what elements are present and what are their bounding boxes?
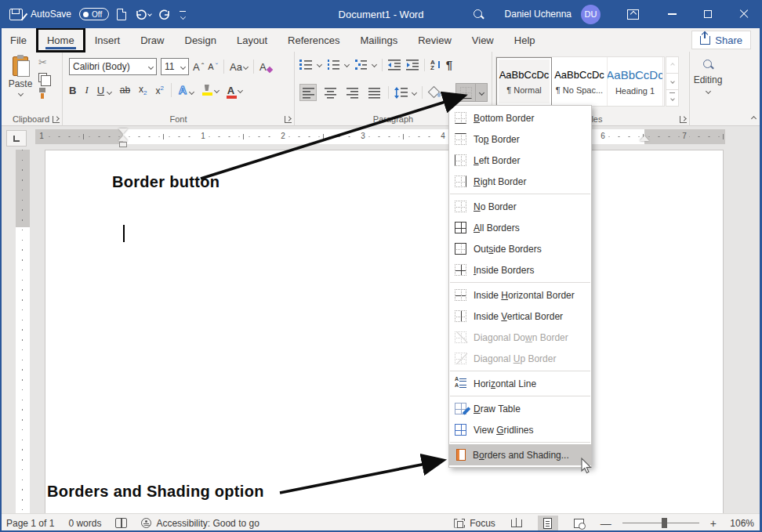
paste-dropdown-icon[interactable] [17,91,23,96]
sort-button[interactable]: AZ [430,60,441,71]
multilevel-list-icon[interactable] [354,60,367,71]
menu-item-left-border[interactable]: Left Border [449,150,591,171]
paste-button[interactable]: Paste [6,56,34,96]
menu-item-right-border[interactable]: Right Border [449,171,591,192]
customize-qat-icon[interactable] [180,11,186,17]
text-effects-button[interactable]: A [179,84,194,96]
bold-button[interactable]: B [69,85,76,96]
tab-stop-selector[interactable] [6,130,27,147]
zoom-level[interactable]: 106% [728,518,754,529]
zoom-slider-thumb[interactable] [662,518,667,528]
font-color-button[interactable]: A [227,85,242,96]
chevron-down-icon[interactable] [317,62,322,67]
menu-item-inside-vertical-border[interactable]: Inside Vertical Border [449,306,591,327]
editing-button[interactable]: Editing [693,58,723,93]
vertical-ruler[interactable] [16,150,30,513]
zoom-out-button[interactable]: — [601,517,611,530]
line-spacing-icon[interactable] [394,87,408,99]
align-left-button[interactable] [299,84,317,101]
menu-item-borders-and-shading[interactable]: Borders and Shading... [449,444,591,465]
chevron-down-icon[interactable] [214,87,220,92]
cut-icon[interactable]: ✂ [38,58,47,67]
underline-button[interactable]: U [97,85,111,96]
account-name[interactable]: Daniel Uchenna [505,9,572,20]
show-hide-pilcrow-button[interactable]: ¶ [446,58,452,71]
collapse-ribbon-icon[interactable] [751,116,757,121]
italic-button[interactable]: I [85,84,88,96]
zoom-in-button[interactable]: + [710,517,717,530]
clipboard-dialog-launcher-icon[interactable] [53,116,60,123]
strikethrough-button[interactable]: ab [120,85,130,96]
tab-draw[interactable]: Draw [130,28,174,52]
zoom-slider[interactable] [622,523,699,523]
share-button[interactable]: Share [691,31,751,49]
justify-button[interactable] [365,84,383,101]
avatar[interactable]: DU [581,5,601,24]
font-dialog-launcher-icon[interactable] [285,116,292,123]
highlight-button[interactable] [202,85,219,96]
decrease-indent-icon[interactable] [388,60,401,71]
menu-item-outside-borders[interactable]: Outside Borders [449,238,591,259]
increase-indent-icon[interactable] [406,60,419,71]
shrink-font-button[interactable]: A [208,62,218,71]
subscript-button[interactable]: x2 [139,84,147,96]
styles-dialog-launcher-icon[interactable] [680,116,687,123]
accessibility-status[interactable]: Accessibility: Good to go [141,518,259,529]
proofing-book-icon[interactable] [115,518,127,528]
minimize-button[interactable] [654,0,690,28]
menu-item-all-borders[interactable]: All Borders [449,217,591,238]
menu-item-draw-table[interactable]: Draw Table [449,398,591,419]
styles-scroll-down[interactable] [666,74,679,90]
borders-dropdown-button[interactable] [476,83,488,102]
tab-layout[interactable]: Layout [227,28,278,52]
new-document-icon[interactable] [117,9,126,20]
hanging-indent-marker[interactable] [118,136,128,141]
styles-more-button[interactable] [666,90,679,107]
left-indent-marker[interactable] [119,142,127,147]
chevron-down-icon[interactable] [344,62,350,67]
chevron-down-icon[interactable] [444,89,450,95]
ribbon-display-options-button[interactable] [618,0,654,28]
tab-help[interactable]: Help [504,28,546,52]
tab-file[interactable]: File [0,28,37,52]
save-icon[interactable] [9,9,23,20]
print-layout-button[interactable] [538,516,558,531]
focus-button[interactable]: Focus [454,518,495,529]
undo-button[interactable] [134,8,151,20]
undo-dropdown-icon[interactable] [147,12,152,16]
tab-view[interactable]: View [462,28,504,52]
tab-design[interactable]: Design [175,28,227,52]
word-count[interactable]: 0 words [68,518,101,529]
chevron-down-icon[interactable] [107,89,112,94]
clear-formatting-button[interactable]: A [259,61,267,73]
tab-review[interactable]: Review [408,28,462,52]
style-no-spacing[interactable]: AaBbCcDc ¶ No Spac... [552,57,608,106]
web-layout-button[interactable] [569,516,590,531]
style-normal[interactable]: AaBbCcDc ¶ Normal [496,57,552,106]
menu-item-inside-borders[interactable]: Inside Borders [449,259,591,280]
chevron-down-icon[interactable] [372,62,377,67]
chevron-down-icon[interactable] [238,87,243,92]
menu-item-horizontal-line[interactable]: Horizontal Line [449,373,591,394]
change-case-button[interactable]: Aa [230,61,248,73]
format-painter-icon[interactable] [38,88,48,99]
tab-references[interactable]: References [278,28,350,52]
redo-button[interactable] [159,8,172,20]
menu-item-top-border[interactable]: Top Border [449,128,591,150]
font-name-select[interactable]: Calibri (Body) [69,58,157,75]
chevron-down-icon[interactable] [189,89,194,95]
borders-button[interactable] [455,83,476,102]
styles-scroll-up[interactable] [666,56,679,74]
menu-item-inside-horizontal-border[interactable]: Inside Horizontal Border [449,284,591,306]
menu-item-bottom-border[interactable]: Bottom Border [449,107,591,128]
grow-font-button[interactable]: A [193,61,204,73]
borders-split-button[interactable] [455,83,488,102]
tab-insert[interactable]: Insert [85,28,131,52]
right-indent-marker[interactable] [640,136,649,141]
document-page[interactable] [45,150,724,515]
numbering-icon[interactable] [327,60,339,71]
chevron-down-icon[interactable] [412,89,417,95]
close-button[interactable] [726,0,762,28]
copy-icon[interactable] [38,73,47,82]
search-icon[interactable] [472,8,484,20]
